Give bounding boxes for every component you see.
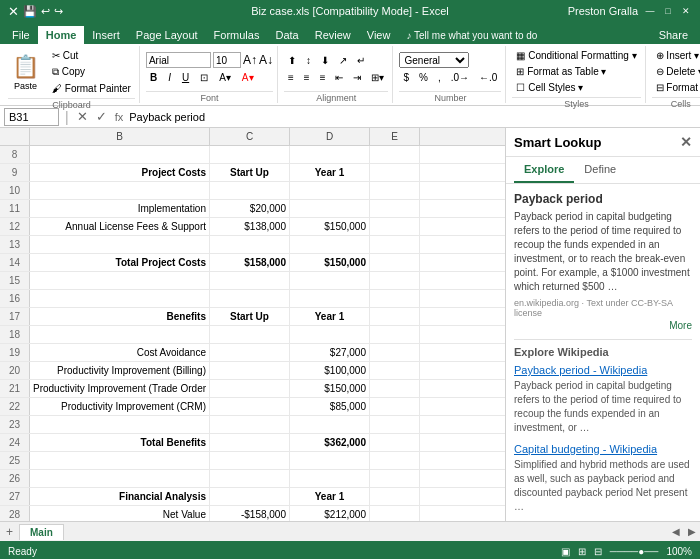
- tab-insert[interactable]: Insert: [84, 26, 128, 44]
- cell-d28[interactable]: $212,000: [290, 506, 370, 521]
- align-right-button[interactable]: ≡: [316, 70, 330, 85]
- qat-undo-icon[interactable]: ↩: [41, 5, 50, 18]
- cell-c18[interactable]: [210, 326, 290, 343]
- cell-d12[interactable]: $150,000: [290, 218, 370, 235]
- cell-c23[interactable]: [210, 416, 290, 433]
- cell-b15[interactable]: [30, 272, 210, 289]
- tab-file[interactable]: File: [4, 26, 38, 44]
- maximize-button[interactable]: □: [662, 5, 674, 17]
- cell-c27[interactable]: [210, 488, 290, 505]
- decrease-decimal-button[interactable]: ←.0: [475, 70, 501, 85]
- text-direction-button[interactable]: ↗: [335, 53, 351, 68]
- number-format-select[interactable]: General: [399, 52, 469, 68]
- cell-d10[interactable]: [290, 182, 370, 199]
- cell-c10[interactable]: [210, 182, 290, 199]
- cell-d27[interactable]: Year 1: [290, 488, 370, 505]
- cell-e19[interactable]: [370, 344, 420, 361]
- cell-b23[interactable]: [30, 416, 210, 433]
- cut-button[interactable]: ✂ Cut: [48, 48, 135, 63]
- underline-button[interactable]: U: [178, 70, 193, 85]
- cell-c14[interactable]: $158,000: [210, 254, 290, 271]
- sl-link-1-title[interactable]: Payback period - Wikipedia: [514, 364, 692, 376]
- align-center-button[interactable]: ≡: [300, 70, 314, 85]
- cell-c15[interactable]: [210, 272, 290, 289]
- format-painter-button[interactable]: 🖌 Format Painter: [48, 81, 135, 96]
- comma-button[interactable]: ,: [434, 70, 445, 85]
- font-color-button[interactable]: A▾: [238, 70, 258, 85]
- cell-b8[interactable]: [30, 146, 210, 163]
- cell-e17[interactable]: [370, 308, 420, 325]
- minimize-button[interactable]: —: [644, 5, 656, 17]
- cell-e10[interactable]: [370, 182, 420, 199]
- decrease-font-button[interactable]: A↓: [259, 53, 273, 67]
- cell-e18[interactable]: [370, 326, 420, 343]
- cell-e15[interactable]: [370, 272, 420, 289]
- tab-data[interactable]: Data: [267, 26, 306, 44]
- fill-color-button[interactable]: A▾: [215, 70, 235, 85]
- cell-c22[interactable]: [210, 398, 290, 415]
- col-header-b[interactable]: B: [30, 128, 210, 145]
- view-preview-button[interactable]: ⊟: [594, 546, 602, 557]
- cell-b10[interactable]: [30, 182, 210, 199]
- cell-d8[interactable]: [290, 146, 370, 163]
- cell-d21[interactable]: $150,000: [290, 380, 370, 397]
- cell-b14[interactable]: Total Project Costs: [30, 254, 210, 271]
- formula-cancel-button[interactable]: ✕: [75, 109, 90, 124]
- cell-d23[interactable]: [290, 416, 370, 433]
- cell-b13[interactable]: [30, 236, 210, 253]
- percent-button[interactable]: %: [415, 70, 432, 85]
- cell-b17[interactable]: Benefits: [30, 308, 210, 325]
- cell-c26[interactable]: [210, 470, 290, 487]
- cell-b20[interactable]: Productivity Improvement (Billing): [30, 362, 210, 379]
- cell-e13[interactable]: [370, 236, 420, 253]
- merge-center-button[interactable]: ⊞▾: [367, 70, 388, 85]
- cell-d13[interactable]: [290, 236, 370, 253]
- bold-button[interactable]: B: [146, 70, 161, 85]
- cell-e16[interactable]: [370, 290, 420, 307]
- formula-confirm-button[interactable]: ✓: [94, 109, 109, 124]
- tab-view[interactable]: View: [359, 26, 399, 44]
- cell-d24[interactable]: $362,000: [290, 434, 370, 451]
- cell-b9[interactable]: Project Costs: [30, 164, 210, 181]
- cell-c16[interactable]: [210, 290, 290, 307]
- copy-button[interactable]: ⧉ Copy: [48, 64, 135, 80]
- cell-b12[interactable]: Annual License Fees & Support: [30, 218, 210, 235]
- paste-button[interactable]: 📋: [8, 53, 43, 81]
- cell-c21[interactable]: [210, 380, 290, 397]
- cell-c11[interactable]: $20,000: [210, 200, 290, 217]
- sheet-tab-main[interactable]: Main: [19, 524, 64, 540]
- currency-button[interactable]: $: [399, 70, 413, 85]
- cell-b19[interactable]: Cost Avoidance: [30, 344, 210, 361]
- cell-b24[interactable]: Total Benefits: [30, 434, 210, 451]
- border-button[interactable]: ⊡: [196, 70, 212, 85]
- cell-d17[interactable]: Year 1: [290, 308, 370, 325]
- formula-input[interactable]: [129, 111, 696, 123]
- cell-e23[interactable]: [370, 416, 420, 433]
- tab-home[interactable]: Home: [38, 26, 85, 44]
- smart-lookup-close-button[interactable]: ✕: [680, 134, 692, 150]
- cell-styles-button[interactable]: ☐ Cell Styles ▾: [512, 80, 640, 95]
- insert-function-button[interactable]: fx: [113, 111, 126, 123]
- cell-c17[interactable]: Start Up: [210, 308, 290, 325]
- cell-c8[interactable]: [210, 146, 290, 163]
- cell-b16[interactable]: [30, 290, 210, 307]
- cell-b28[interactable]: Net Value: [30, 506, 210, 521]
- cell-d11[interactable]: [290, 200, 370, 217]
- cell-d15[interactable]: [290, 272, 370, 289]
- col-header-e[interactable]: E: [370, 128, 420, 145]
- cell-b21[interactable]: Productivity Improvement (Trade Order Mg…: [30, 380, 210, 397]
- cell-e11[interactable]: [370, 200, 420, 217]
- cell-e25[interactable]: [370, 452, 420, 469]
- tab-page-layout[interactable]: Page Layout: [128, 26, 206, 44]
- cell-d16[interactable]: [290, 290, 370, 307]
- cell-e28[interactable]: [370, 506, 420, 521]
- cell-c24[interactable]: [210, 434, 290, 451]
- scroll-right-button[interactable]: ▶: [684, 526, 700, 537]
- name-box[interactable]: [4, 108, 59, 126]
- close-button[interactable]: ✕: [680, 5, 692, 17]
- cell-e24[interactable]: [370, 434, 420, 451]
- cell-c9[interactable]: Start Up: [210, 164, 290, 181]
- align-middle-button[interactable]: ↕: [302, 53, 315, 68]
- sl-more-button[interactable]: More: [514, 320, 692, 331]
- conditional-formatting-button[interactable]: ▦ Conditional Formatting ▾: [512, 48, 640, 63]
